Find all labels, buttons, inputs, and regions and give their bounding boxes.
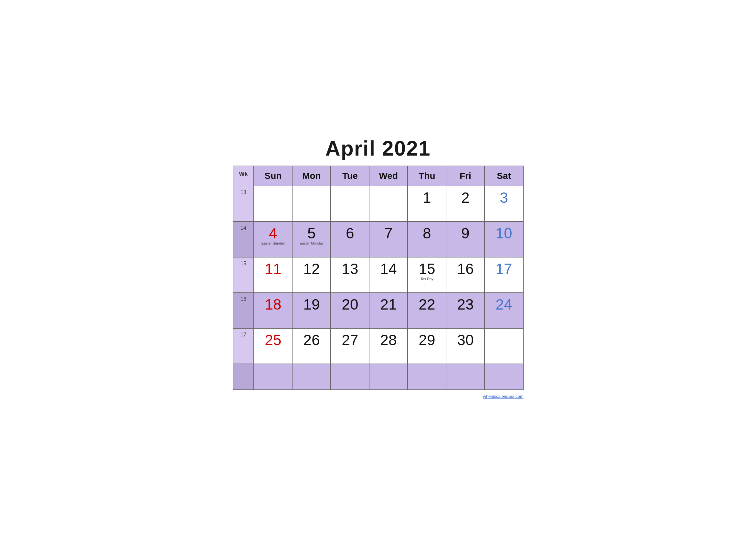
day-number: 18	[256, 297, 289, 312]
wk-num-16: 16	[233, 293, 254, 328]
day-cell: 30	[446, 328, 484, 364]
day-cell: 2	[446, 186, 484, 222]
day-number: 17	[487, 261, 520, 276]
day-cell: 7	[369, 222, 408, 257]
calendar-table: Wk Sun Mon Tue Wed Thu Fri Sat 13123144E…	[233, 166, 524, 390]
day-cell: 3	[484, 186, 523, 222]
day-cell: 20	[331, 293, 369, 328]
day-cell: 4Easter Sunday	[254, 222, 292, 257]
day-number: 19	[295, 297, 328, 312]
wk-num-13: 13	[233, 186, 254, 222]
day-number: 26	[295, 332, 328, 348]
day-number: 16	[449, 261, 482, 276]
day-cell: 9	[446, 222, 484, 257]
calendar-body: 13123144Easter Sunday5Easter Monday67891…	[233, 186, 523, 390]
day-number: 23	[449, 297, 482, 312]
day-cell	[369, 186, 408, 222]
day-cell-empty	[408, 364, 446, 390]
day-cell	[484, 328, 523, 364]
day-number: 28	[372, 332, 405, 348]
day-label: Tax Day	[411, 277, 443, 281]
wk-cell-empty	[233, 364, 254, 390]
day-cell: 15Tax Day	[408, 257, 446, 293]
sat-header: Sat	[484, 166, 523, 186]
day-cell: 21	[369, 293, 408, 328]
day-number: 5	[295, 226, 328, 241]
day-cell: 23	[446, 293, 484, 328]
wed-header: Wed	[369, 166, 408, 186]
calendar-title: April 2021	[233, 136, 524, 160]
day-number: 10	[487, 226, 520, 241]
wk-num-15: 15	[233, 257, 254, 293]
day-cell-empty	[331, 364, 369, 390]
day-cell-empty	[369, 364, 408, 390]
day-number: 9	[449, 226, 482, 241]
day-cell: 19	[292, 293, 331, 328]
day-cell: 6	[331, 222, 369, 257]
day-number: 14	[372, 261, 405, 276]
day-cell-empty	[446, 364, 484, 390]
day-number: 29	[411, 332, 443, 348]
day-number: 21	[372, 297, 405, 312]
day-number: 15	[411, 261, 443, 276]
day-cell-empty	[484, 364, 523, 390]
wk-num-14: 14	[233, 222, 254, 257]
day-number: 20	[334, 297, 366, 312]
day-cell: 11	[254, 257, 292, 293]
day-number: 2	[449, 190, 482, 205]
day-number: 8	[411, 226, 443, 241]
day-cell	[331, 186, 369, 222]
day-number: 1	[411, 190, 443, 205]
day-cell: 1	[408, 186, 446, 222]
day-number: 22	[411, 297, 443, 312]
day-cell: 22	[408, 293, 446, 328]
day-cell: 27	[331, 328, 369, 364]
mon-header: Mon	[292, 166, 331, 186]
wk-num-17: 17	[233, 328, 254, 364]
day-cell: 25	[254, 328, 292, 364]
day-cell: 29	[408, 328, 446, 364]
watermark: wheniscalendars.com	[233, 394, 524, 399]
week-row-14: 144Easter Sunday5Easter Monday678910	[233, 222, 523, 257]
week-row-17: 17252627282930	[233, 328, 523, 364]
day-number: 3	[487, 190, 520, 205]
day-number: 4	[256, 226, 289, 241]
day-number: 6	[334, 226, 366, 241]
tue-header: Tue	[331, 166, 369, 186]
week-row-13: 13123	[233, 186, 523, 222]
day-cell: 17	[484, 257, 523, 293]
day-number: 27	[334, 332, 366, 348]
header-row: Wk Sun Mon Tue Wed Thu Fri Sat	[233, 166, 523, 186]
day-number: 13	[334, 261, 366, 276]
wk-header: Wk	[233, 166, 254, 186]
day-cell: 18	[254, 293, 292, 328]
watermark-link[interactable]: wheniscalendars.com	[483, 394, 523, 399]
day-cell: 5Easter Monday	[292, 222, 331, 257]
day-number: 25	[256, 332, 289, 348]
day-number: 12	[295, 261, 328, 276]
day-cell: 26	[292, 328, 331, 364]
day-cell-empty	[292, 364, 331, 390]
last-empty-row	[233, 364, 523, 390]
day-cell: 8	[408, 222, 446, 257]
day-cell: 10	[484, 222, 523, 257]
day-label: Easter Monday	[295, 241, 328, 245]
day-number: 7	[372, 226, 405, 241]
day-cell-empty	[254, 364, 292, 390]
week-row-16: 1618192021222324	[233, 293, 523, 328]
fri-header: Fri	[446, 166, 484, 186]
day-cell: 28	[369, 328, 408, 364]
thu-header: Thu	[408, 166, 446, 186]
day-cell: 13	[331, 257, 369, 293]
day-cell: 24	[484, 293, 523, 328]
day-cell: 16	[446, 257, 484, 293]
day-number: 11	[256, 261, 289, 276]
day-label: Easter Sunday	[256, 241, 289, 245]
day-number: 30	[449, 332, 482, 348]
day-cell: 12	[292, 257, 331, 293]
calendar-container: April 2021 Wk Sun Mon Tue Wed Thu Fri Sa…	[233, 136, 524, 399]
sun-header: Sun	[254, 166, 292, 186]
day-cell	[254, 186, 292, 222]
week-row-15: 151112131415Tax Day1617	[233, 257, 523, 293]
day-number: 24	[487, 297, 520, 312]
